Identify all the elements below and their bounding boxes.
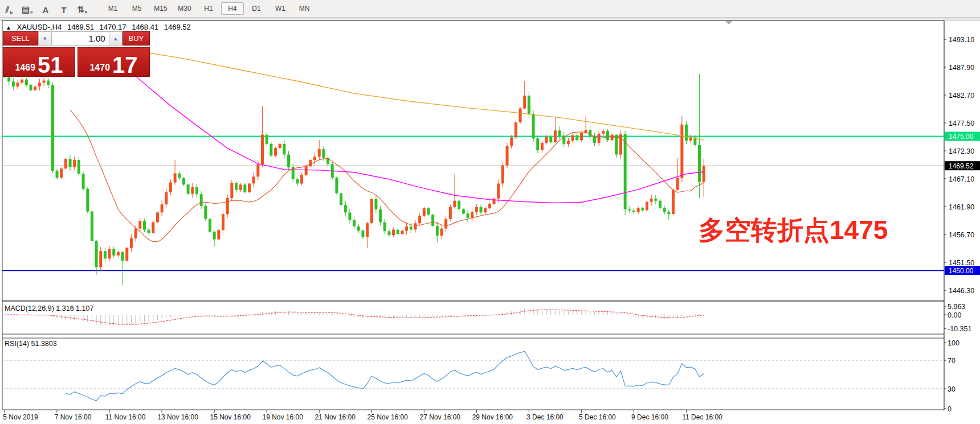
candle-body: [698, 145, 701, 182]
candle-body: [43, 81, 46, 83]
symbol-label: XAUUSD-,H4: [17, 23, 62, 31]
price-axis-label: 1467.10: [949, 175, 974, 183]
candle-body: [274, 148, 277, 155]
macd-panel-label: MACD(12,26,9) 1.316 1.107: [5, 304, 93, 312]
candle-body: [575, 135, 578, 140]
candle-body: [440, 229, 443, 236]
candle-body: [77, 160, 80, 174]
chart-ohlc-header: ▲ XAUUSD-,H4 1469.51 1470.17 1468.41 146…: [6, 23, 194, 31]
candle-body: [431, 215, 434, 226]
time-axis-label: 29 Nov 16:00: [472, 413, 513, 421]
candle-body: [174, 174, 177, 183]
candle-body: [632, 211, 635, 212]
candle-body: [611, 135, 614, 140]
candle-body: [654, 199, 657, 201]
candle-body: [121, 252, 124, 261]
time-axis-label: 27 Nov 16:00: [420, 413, 461, 421]
rsi-axis-label: 0: [948, 405, 952, 413]
candle-body: [161, 204, 164, 212]
buy-price-big: 17: [112, 55, 138, 75]
sell-price-display[interactable]: 1469 51: [3, 47, 75, 77]
time-axis-label: 13 Nov 16:00: [157, 413, 198, 421]
candle-body: [423, 208, 426, 216]
price-tag-label: 1469.52: [949, 162, 974, 170]
chart-annotation-text: 多空转折点1475: [699, 213, 888, 248]
candle-body: [270, 144, 272, 156]
candle-body: [222, 214, 224, 230]
candle-body: [195, 187, 198, 194]
time-axis-label: 9 Dec 16:00: [631, 413, 668, 421]
candle-body: [641, 208, 644, 211]
candle-body: [663, 208, 666, 212]
sell-price-small: 1469: [15, 63, 35, 72]
ohlc-close: 1469.52: [164, 23, 191, 31]
rsi-panel-label: RSI(14) 51.3803: [5, 340, 57, 348]
volume-input[interactable]: [52, 31, 109, 46]
buy-button[interactable]: BUY: [122, 31, 150, 46]
candle-body: [523, 96, 526, 109]
ma-mid-magenta: [136, 76, 704, 203]
candle-body: [309, 160, 312, 166]
candle-body: [624, 134, 627, 209]
candle-body: [637, 208, 640, 212]
candle-body: [606, 131, 609, 140]
time-axis-label: 5 Dec 16:00: [579, 413, 616, 421]
candle-body: [38, 83, 41, 87]
candle-body: [117, 252, 120, 256]
candle-body: [17, 83, 19, 87]
candle-body: [659, 201, 662, 208]
candle-body: [99, 251, 102, 267]
candle-body: [528, 96, 530, 114]
volume-decrease-button[interactable]: ▼: [38, 31, 52, 46]
candle-body: [667, 212, 670, 214]
price-axis-label: 1493.10: [949, 36, 974, 44]
candle-body: [12, 81, 15, 86]
time-axis-label: 25 Nov 16:00: [368, 413, 409, 421]
candle-body: [493, 199, 496, 204]
candle-body: [287, 155, 290, 167]
candle-body: [209, 219, 211, 232]
candle-body: [143, 221, 146, 229]
volume-increase-button[interactable]: ▲: [109, 31, 122, 46]
candle-body: [488, 204, 491, 208]
candle-body: [130, 238, 133, 248]
candle-body: [156, 212, 159, 222]
candle-body: [213, 232, 216, 239]
candle-body: [318, 149, 321, 157]
price-axis-label: 1477.50: [949, 120, 974, 127]
candle-body: [444, 219, 447, 229]
candle-body: [235, 183, 238, 190]
price-axis-label: 1472.30: [949, 147, 974, 155]
candle-body: [187, 184, 190, 194]
candle-body: [672, 190, 675, 214]
candle-body: [300, 175, 303, 183]
candle-body: [370, 199, 373, 223]
candle-body: [458, 201, 460, 209]
candle-body: [676, 178, 679, 190]
candle-body: [379, 209, 382, 223]
candle-body: [514, 122, 517, 137]
candle-body: [191, 187, 194, 194]
time-axis-label: 11 Nov 16:00: [105, 413, 146, 421]
candle-body: [226, 198, 229, 214]
candle-body: [178, 174, 181, 178]
candle-body: [418, 216, 421, 223]
rsi-axis-label: 70: [948, 357, 956, 365]
candle-body: [501, 165, 504, 183]
candle-body: [436, 226, 439, 236]
candle-body: [703, 166, 705, 182]
ma-fast-red: [70, 110, 704, 242]
candle-body: [148, 230, 150, 233]
time-axis-label: 15 Nov 16:00: [210, 413, 251, 421]
sell-button[interactable]: SELL: [3, 31, 38, 46]
candle-body: [230, 183, 233, 198]
candle-body: [217, 230, 220, 239]
candle-body: [680, 125, 683, 178]
candle-body: [91, 211, 93, 241]
candle-body: [357, 227, 360, 231]
candle-body: [60, 168, 63, 178]
candle-body: [261, 135, 264, 164]
buy-price-display[interactable]: 1470 17: [77, 47, 150, 77]
rsi-axis-label: 30: [948, 385, 956, 393]
ohlc-open: 1469.51: [67, 23, 94, 31]
